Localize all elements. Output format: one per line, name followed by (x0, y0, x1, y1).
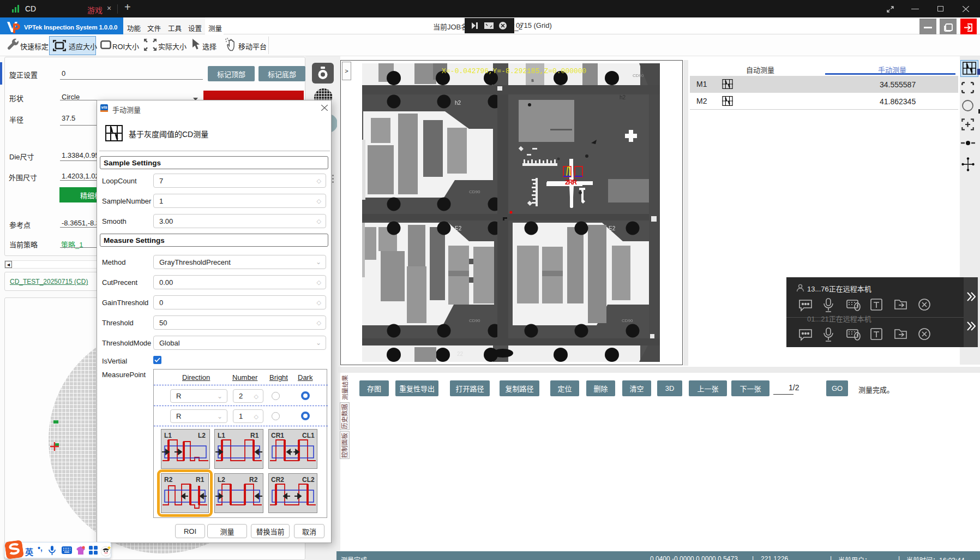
svg-text:X=-0.042796,Y=-8.292185,Z=0.00: X=-0.042796,Y=-8.292185,Z=0.000000 (442, 67, 586, 75)
svg-text:R1: R1 (196, 476, 205, 484)
svg-text:CL2: CL2 (302, 476, 315, 484)
svg-text:E2: E2 (455, 225, 462, 231)
svg-text:L2: L2 (198, 432, 206, 439)
svg-text:CD90: CD90 (469, 318, 480, 323)
svg-text:2RR: 2RR (565, 178, 577, 186)
svg-text:h2: h2 (455, 100, 461, 106)
svg-text:s: s (531, 78, 534, 83)
svg-text:R2: R2 (249, 476, 258, 484)
svg-text:CL1: CL1 (302, 432, 315, 439)
svg-text:CD90: CD90 (622, 318, 633, 323)
svg-text:L1: L1 (218, 432, 225, 439)
svg-text:R1: R1 (250, 432, 259, 439)
svg-text:R2: R2 (164, 476, 173, 484)
svg-text:CR1: CR1 (271, 432, 284, 439)
svg-text:L1: L1 (164, 432, 172, 439)
svg-text:CD90: CD90 (633, 73, 644, 78)
svg-text:22: 22 (457, 351, 464, 357)
svg-text:CD90: CD90 (469, 189, 480, 194)
svg-text:L2: L2 (218, 476, 225, 484)
svg-text:CR2: CR2 (271, 476, 284, 484)
svg-text:E2: E2 (609, 225, 616, 231)
svg-text:h2: h2 (620, 94, 626, 100)
